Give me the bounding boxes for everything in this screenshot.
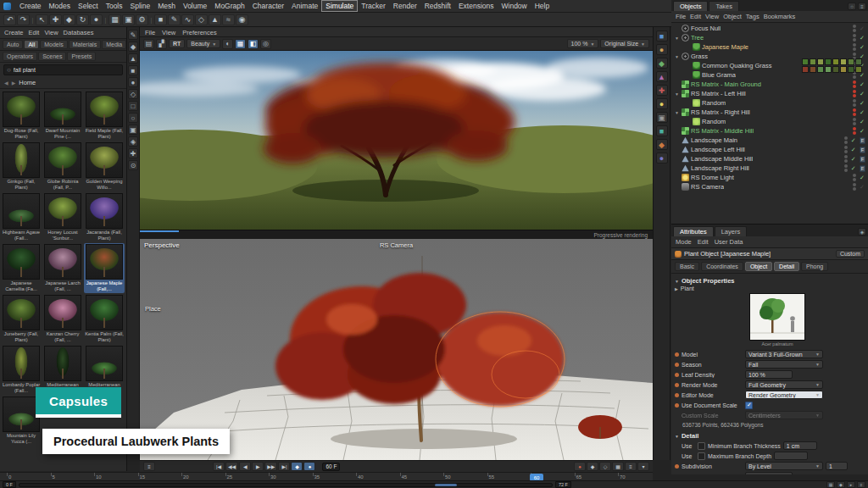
object-row[interactable]: ▼ RS Matrix - Right Hill ✓ F	[671, 108, 868, 117]
range-end-field[interactable]: 72 F	[555, 481, 571, 488]
asset-filter-tab[interactable]: Presets	[67, 52, 96, 61]
attribute-value[interactable]: Render Geometry▼	[745, 391, 823, 399]
object-label[interactable]: RS Camera	[691, 183, 724, 191]
attribute-menu-item[interactable]: User Data	[715, 238, 743, 246]
menu-item[interactable]: Character	[249, 1, 287, 11]
move-tool-icon[interactable]: ✚	[49, 14, 62, 25]
plant-asset[interactable]: Kentia Palm (Fall, Plant)	[84, 294, 125, 344]
workplane-icon[interactable]: ■	[128, 65, 138, 75]
object-label[interactable]: Common Quaking Grass	[702, 62, 772, 69]
plant-preview-image[interactable]	[749, 293, 805, 341]
menu-item[interactable]: MoGraph	[211, 1, 248, 11]
size-dropdown[interactable]: Original Size▼	[600, 39, 649, 48]
asset-menu-item[interactable]: Edit	[29, 29, 40, 36]
prev-key-button[interactable]: ◀◀	[225, 462, 238, 471]
asset-filter-tab[interactable]: Operators	[3, 52, 37, 61]
forward-icon[interactable]: ▶	[12, 80, 16, 86]
plant-asset[interactable]: Ginkgo (Fall, Plant)	[1, 141, 42, 191]
visibility-dots[interactable]	[853, 118, 856, 125]
enable-check-icon[interactable]: ✓	[850, 147, 857, 153]
section-header[interactable]: ▼Detail	[675, 432, 865, 440]
rotate-tool-icon[interactable]: ↻	[76, 14, 89, 25]
attribute-value[interactable]: Variant 3 Full-Grown▼	[745, 350, 823, 358]
keyframe-dot[interactable]	[675, 383, 679, 387]
enable-check-icon[interactable]: ✓	[859, 175, 865, 181]
object-row[interactable]: ▼ Landscape Middle Hill ✓ F	[671, 154, 868, 164]
plant-asset[interactable]: Dwarf Mountain Pine (...	[42, 91, 83, 141]
menu-item[interactable]: Simulate	[322, 1, 357, 11]
plant-asset[interactable]: Golden Weeping Willo...	[84, 141, 125, 191]
material-chip[interactable]	[832, 66, 839, 73]
edges-mode-icon[interactable]: ◇	[128, 89, 138, 99]
asset-filter-tab[interactable]: Materials	[69, 40, 101, 49]
material-chip[interactable]	[810, 58, 816, 65]
rt-button[interactable]: RT	[169, 39, 185, 48]
expand-icon[interactable]: ▼	[674, 92, 680, 97]
fcurve-button[interactable]: ≡	[625, 462, 637, 471]
material-chip[interactable]	[855, 58, 862, 65]
back-icon[interactable]: ◀	[4, 80, 8, 86]
menu-item[interactable]: Help	[531, 1, 553, 11]
object-label[interactable]: RS Matrix - Right Hill	[691, 108, 750, 116]
object-row[interactable]: ▼ Focus Null ✓ F	[671, 24, 868, 33]
attribute-checkbox[interactable]	[698, 442, 705, 450]
next-frame-button[interactable]: ▶▶	[264, 462, 277, 471]
asset-filter-tab[interactable]: All	[24, 40, 39, 49]
object-manager-menu-item[interactable]: Object	[723, 13, 742, 20]
attribute-menu-item[interactable]: Mode	[676, 238, 692, 246]
visibility-dots[interactable]	[853, 99, 856, 107]
attribute-checkbox[interactable]	[698, 452, 705, 460]
tag-chip[interactable]: F	[860, 147, 865, 153]
material-chip[interactable]	[817, 58, 824, 65]
enable-check-icon[interactable]: ✓	[850, 137, 857, 144]
menu-item[interactable]: Extensions	[455, 1, 498, 11]
object-row[interactable]: ▼ Random ✓ F	[671, 117, 868, 126]
scale-tool-icon[interactable]: ◆	[63, 14, 75, 25]
visibility-dots[interactable]	[853, 25, 856, 32]
object-manager-menu-item[interactable]: Bookmarks	[764, 13, 796, 20]
render-region-icon[interactable]: ◧	[248, 39, 259, 49]
object-manager-menu-item[interactable]: View	[705, 13, 719, 20]
enable-check-icon[interactable]: ✓	[859, 25, 865, 32]
object-label[interactable]: RS Matrix - Middle Hill	[691, 127, 754, 135]
object-row[interactable]: ▼ RS Matrix - Left Hill ✓ F	[671, 89, 868, 98]
viewport-panel[interactable]: Perspective RS Camera Place	[140, 239, 653, 460]
material-chip[interactable]	[832, 58, 839, 65]
attribute-manager-tab[interactable]: Attributes	[673, 226, 714, 236]
visibility-dots[interactable]	[853, 90, 856, 97]
axis-mode-icon[interactable]: ▣	[128, 125, 138, 135]
material-chip[interactable]	[802, 66, 809, 73]
object-label[interactable]: Focus Null	[691, 25, 721, 32]
object-label[interactable]: Landscape Right Hill	[691, 164, 749, 172]
status-icon-grid[interactable]: ▦	[826, 481, 835, 488]
status-icon-menu[interactable]: ≡	[857, 481, 865, 488]
plant-asset[interactable]: Kanzan Cherry (Fall, ...	[42, 294, 83, 344]
render-settings-icon[interactable]: ⚙	[136, 14, 148, 25]
last-tool-icon[interactable]: ●	[90, 14, 103, 25]
material-icon[interactable]: ◆	[656, 139, 668, 150]
pen-tool-icon[interactable]: ✎	[168, 14, 181, 25]
object-label[interactable]: Blue Grama	[702, 71, 736, 79]
enable-check-icon[interactable]: ✓	[859, 44, 865, 51]
plant-asset[interactable]: Japanese Larch (Fall, ...	[42, 243, 83, 293]
render-picture-viewer-icon[interactable]: ▣	[122, 14, 135, 25]
status-icon-play[interactable]: ▸	[847, 481, 855, 488]
polygons-mode-icon[interactable]: □	[128, 101, 138, 111]
filter-icon[interactable]: ≡	[858, 3, 866, 10]
autokey-button[interactable]: ●	[303, 462, 315, 471]
menu-item[interactable]: Spline	[127, 1, 154, 11]
object-label[interactable]: RS Matrix - Main Ground	[691, 80, 761, 88]
asset-menu-item[interactable]: View	[44, 29, 58, 36]
goto-start-button[interactable]: |◀	[213, 462, 225, 471]
attribute-value-2[interactable]: 1	[826, 462, 848, 470]
plant-asset[interactable]: Field Maple (Fall, Plant)	[84, 91, 125, 141]
attribute-section-tab[interactable]: Object	[745, 262, 772, 271]
visibility-dots[interactable]	[844, 164, 848, 172]
menu-item[interactable]: Mesh	[154, 1, 179, 11]
object-manager-menu-item[interactable]: File	[676, 13, 686, 20]
object-manager-menu-item[interactable]: Tags	[746, 13, 760, 20]
menu-item[interactable]: Redshift	[421, 1, 454, 11]
material-chip[interactable]	[848, 66, 854, 73]
make-editable-icon[interactable]: ✎	[128, 30, 138, 40]
attribute-value[interactable]: Centimeters▼	[745, 411, 823, 419]
